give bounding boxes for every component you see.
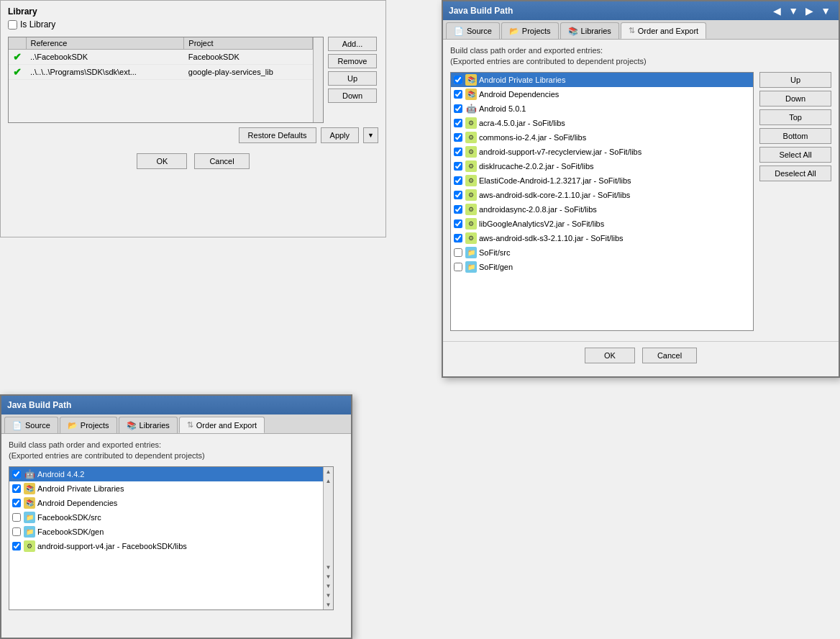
list-item[interactable]: ⚙ aws-android-sdk-s3-2.1.10.jar - SoFit/…: [451, 231, 753, 245]
list-item[interactable]: 📚 Android Dependencies: [9, 496, 333, 510]
list-item[interactable]: ⚙ commons-io-2.4.jar - SoFit/libs: [451, 130, 753, 145]
list-item[interactable]: 📚 Android Private Libraries: [9, 481, 333, 496]
list-item[interactable]: ⚙ disklrucache-2.0.2.jar - SoFit/libs: [451, 159, 753, 173]
list-item[interactable]: ⚙ android-support-v4.jar - FacebookSDK/l…: [9, 539, 333, 553]
scroll-down1[interactable]: ▼: [324, 563, 333, 572]
forward-btn[interactable]: ▶: [803, 5, 816, 17]
bottom-btn[interactable]: Bottom: [759, 128, 831, 144]
tab-libraries[interactable]: 📚Libraries: [560, 22, 619, 39]
list-item[interactable]: ⚙ acra-4.5.0.jar - SoFit/libs: [451, 116, 753, 130]
bottom-tab-libraries[interactable]: 📚Libraries: [119, 417, 178, 433]
dialog-footer: OK Cancel: [443, 341, 839, 369]
up-button[interactable]: Up: [328, 71, 377, 86]
list-item-checkbox[interactable]: [454, 90, 462, 99]
add-button[interactable]: Add...: [328, 37, 377, 51]
list-item-label: FacebookSDK/gen: [37, 527, 104, 536]
jar-icon: ⚙: [465, 132, 477, 143]
up-btn[interactable]: Up: [759, 72, 831, 88]
is-library-checkbox[interactable]: [8, 20, 17, 30]
list-item-checkbox[interactable]: [454, 219, 462, 228]
list-item-checkbox[interactable]: [12, 484, 21, 493]
list-item-checkbox[interactable]: [12, 499, 21, 507]
tab-projects[interactable]: 📂Projects: [501, 22, 559, 39]
list-item-checkbox[interactable]: [12, 542, 21, 550]
bottom-tab-projects[interactable]: 📂Projects: [60, 417, 117, 433]
bottom-tab-source[interactable]: 📄Source: [4, 417, 58, 433]
jar-icon: ⚙: [465, 218, 477, 230]
list-item-checkbox[interactable]: [454, 104, 462, 113]
list-item[interactable]: ⚙ android-support-v7-recyclerview.jar - …: [451, 145, 753, 159]
tab-order-icon: ⇅: [629, 26, 635, 35]
scroll-down3[interactable]: ▼: [324, 581, 333, 591]
scroll-up[interactable]: ▲: [324, 467, 333, 476]
btab-label: Projects: [81, 421, 109, 430]
down-btn[interactable]: Down: [759, 91, 831, 106]
deselect-all-btn[interactable]: Deselect All: [759, 166, 831, 181]
list-item[interactable]: 📁 FacebookSDK/src: [9, 510, 333, 525]
list-item[interactable]: 🤖 Android 4.4.2: [9, 467, 333, 481]
cancel-button[interactable]: Cancel: [194, 153, 249, 169]
reference-table-container[interactable]: Reference Project ✔ ..\FacebookSDK Faceb…: [8, 37, 324, 123]
scroll-down4[interactable]: ▼: [324, 591, 333, 600]
list-item-label: ElastiCode-Android-1.2.3217.jar - SoFit/…: [479, 176, 631, 185]
list-item[interactable]: ⚙ ElastiCode-Android-1.2.3217.jar - SoFi…: [451, 173, 753, 188]
list-item-checkbox[interactable]: [454, 263, 462, 271]
dropdown-arrow[interactable]: ▼: [363, 127, 378, 143]
list-item-checkbox[interactable]: [454, 119, 462, 127]
list-item-label: SoFit/gen: [479, 263, 513, 271]
is-library-label: Is Library: [20, 19, 55, 30]
restore-defaults-button[interactable]: Restore Defaults: [239, 127, 316, 143]
btab-label: Source: [25, 421, 50, 430]
reference-table-area: Reference Project ✔ ..\FacebookSDK Faceb…: [8, 37, 378, 123]
table-scrollbar[interactable]: [313, 37, 323, 122]
list-item-label: aws-android-sdk-s3-2.1.10.jar - SoFit/li…: [479, 234, 624, 243]
select-all-btn[interactable]: Select All: [759, 147, 831, 163]
main-cancel-button[interactable]: Cancel: [642, 348, 697, 363]
ok-button[interactable]: OK: [137, 153, 187, 169]
list-item-checkbox[interactable]: [12, 470, 21, 479]
list-item-label: Android 4.4.2: [37, 470, 84, 479]
dropdown-nav-btn[interactable]: ▼: [818, 5, 833, 17]
list-item-checkbox[interactable]: [454, 191, 462, 199]
tab-order-and-export[interactable]: ⇅Order and Export: [621, 22, 706, 39]
list-item[interactable]: 📁 SoFit/src: [451, 245, 753, 260]
table-row[interactable]: ✔ ..\FacebookSDK FacebookSDK: [9, 50, 313, 65]
list-item[interactable]: ⚙ androidasync-2.0.8.jar - SoFit/libs: [451, 202, 753, 217]
entries-list[interactable]: 📚 Android Private Libraries 📚 Android De…: [450, 72, 754, 331]
tab-source[interactable]: 📄Source: [446, 22, 500, 39]
list-item-checkbox[interactable]: [454, 76, 462, 84]
bottom-tab-order-and-export[interactable]: ⇅Order and Export: [179, 417, 265, 433]
nav-btn[interactable]: ▼: [786, 5, 800, 17]
back-btn[interactable]: ◀: [771, 5, 783, 17]
apply-button[interactable]: Apply: [321, 127, 360, 143]
scroll-up2[interactable]: ▲: [324, 476, 333, 486]
bottom-scrollbar[interactable]: ▲ ▲ ▼ ▼ ▼ ▼ ▼: [323, 467, 333, 609]
list-item-checkbox[interactable]: [454, 205, 462, 214]
list-item[interactable]: ⚙ libGoogleAnalyticsV2.jar - SoFit/libs: [451, 217, 753, 231]
list-item-checkbox[interactable]: [454, 234, 462, 243]
list-item[interactable]: 📁 FacebookSDK/gen: [9, 525, 333, 539]
list-item-checkbox[interactable]: [454, 248, 462, 257]
top-btn[interactable]: Top: [759, 109, 831, 125]
list-item-checkbox[interactable]: [454, 162, 462, 171]
list-item-checkbox[interactable]: [454, 148, 462, 156]
down-button[interactable]: Down: [328, 89, 377, 103]
scroll-down5[interactable]: ▼: [324, 600, 333, 609]
bottom-entries-list[interactable]: 🤖 Android 4.4.2 📚 Android Private Librar…: [9, 466, 334, 610]
main-ok-button[interactable]: OK: [585, 348, 635, 363]
list-item[interactable]: 🤖 Android 5.0.1: [451, 101, 753, 116]
list-item-checkbox[interactable]: [454, 133, 462, 142]
remove-button[interactable]: Remove: [328, 54, 377, 68]
list-item[interactable]: 📚 Android Private Libraries: [451, 73, 753, 87]
dialog-content: Build class path order and exported entr…: [443, 40, 839, 337]
list-item-checkbox[interactable]: [12, 513, 21, 522]
list-item[interactable]: 📁 SoFit/gen: [451, 260, 753, 274]
src-icon: 📁: [465, 261, 477, 273]
table-row[interactable]: ✔ ..\..\..\Programs\SDK\sdk\ext... googl…: [9, 65, 313, 80]
list-item[interactable]: ⚙ aws-android-sdk-core-2.1.10.jar - SoFi…: [451, 188, 753, 202]
scroll-down2[interactable]: ▼: [324, 572, 333, 581]
src-icon: 📁: [465, 247, 477, 258]
list-item-checkbox[interactable]: [454, 176, 462, 185]
list-item[interactable]: 📚 Android Dependencies: [451, 87, 753, 101]
list-item-checkbox[interactable]: [12, 527, 21, 536]
